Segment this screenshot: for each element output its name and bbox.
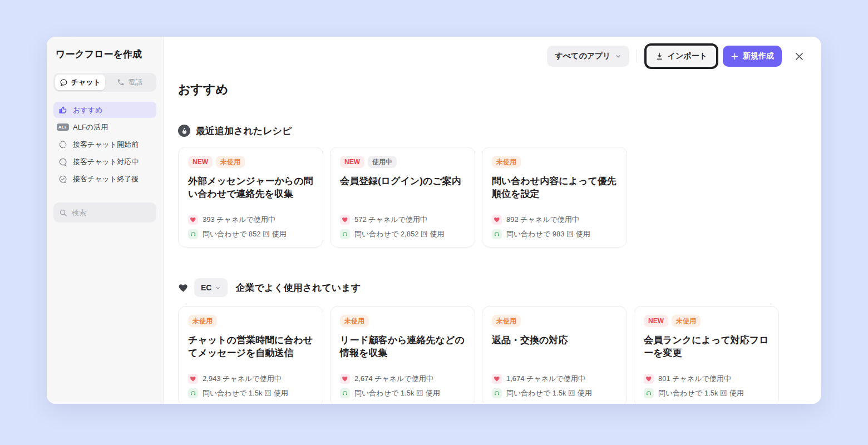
- recipe-card[interactable]: 未使用 リード顧客から連絡先などの情報を収集 2,674 チャネルで使用中 問い…: [330, 306, 475, 404]
- import-highlight-ring: インポート: [644, 43, 718, 69]
- heart-icon: [644, 374, 654, 384]
- section-popular-header: EC 企業でよく使用されています: [178, 278, 807, 297]
- search-icon: [59, 209, 67, 217]
- recipe-card[interactable]: 未使用 チャットの営業時間に合わせてメッセージを自動送信 2,943 チャネルで…: [178, 306, 323, 404]
- recent-recipes-row: NEW 未使用 外部メッセンジャーからの問い合わせで連絡先を収集 393 チャネ…: [178, 147, 807, 248]
- channels-stat: 393 チャネルで使用中: [203, 215, 275, 225]
- sidebar-menu: おすすめ ALF ALFの活用 接客チャット開始前: [53, 102, 156, 187]
- badge-row: 未使用: [340, 315, 465, 327]
- badge-new: NEW: [188, 156, 213, 168]
- sidebar-item-recommended[interactable]: おすすめ: [53, 102, 156, 118]
- badge-row: NEW 未使用: [188, 156, 313, 168]
- usage-stat: 問い合わせで 852 回 使用: [203, 229, 287, 239]
- usage-stat: 問い合わせで 983 回 使用: [506, 229, 590, 239]
- tab-phone[interactable]: 電話: [105, 75, 155, 90]
- recipe-stats: 892 チャネルで使用中 問い合わせで 983 回 使用: [492, 215, 617, 239]
- recipe-card[interactable]: NEW 未使用 会員ランクによって対応フローを変更 801 チャネルで使用中 問…: [634, 306, 779, 404]
- badge-row: 未使用: [492, 315, 617, 327]
- tab-chat-label: チャット: [71, 77, 101, 87]
- sidebar-item-before-chat[interactable]: 接客チャット開始前: [53, 136, 156, 152]
- channels-stat: 2,943 チャネルで使用中: [203, 374, 282, 384]
- sidebar: ワークフローを作成 チャット: [47, 37, 164, 404]
- headset-icon: [340, 229, 350, 239]
- heart-icon: [492, 215, 502, 225]
- usage-stat: 問い合わせで 2,852 回 使用: [354, 229, 445, 239]
- badge-status: 未使用: [188, 315, 217, 327]
- channels-stat: 2,674 チャネルで使用中: [354, 374, 433, 384]
- badge-row: NEW 使用中: [340, 156, 465, 168]
- phone-icon: [117, 78, 125, 86]
- usage-stat: 問い合わせで 1.5k 回 使用: [203, 388, 288, 398]
- recipe-stats: 572 チャネルで使用中 問い合わせで 2,852 回 使用: [340, 215, 465, 239]
- chat-check-icon: [58, 174, 68, 184]
- sidebar-item-label: おすすめ: [73, 105, 102, 115]
- headset-icon: [188, 229, 198, 239]
- recipe-card[interactable]: NEW 未使用 外部メッセンジャーからの問い合わせで連絡先を収集 393 チャネ…: [178, 147, 323, 248]
- chat-bubble-icon: [60, 78, 68, 87]
- sidebar-item-after-chat[interactable]: 接客チャット終了後: [53, 171, 156, 187]
- recipe-title: チャットの営業時間に合わせてメッセージを自動送信: [188, 334, 313, 359]
- close-button[interactable]: [792, 49, 807, 64]
- channel-type-tabs: チャット 電話: [53, 73, 156, 92]
- import-label: インポート: [668, 51, 707, 61]
- recipe-title: 問い合わせ内容によって優先順位を設定: [492, 175, 617, 200]
- all-apps-label: すべてのアプリ: [555, 51, 610, 61]
- recipe-stats: 801 チャネルで使用中 問い合わせで 1.5k 回 使用: [644, 374, 769, 398]
- import-button[interactable]: インポート: [648, 47, 715, 66]
- workflow-dialog: ワークフローを作成 チャット: [47, 37, 821, 404]
- popular-recipes-row: 未使用 チャットの営業時間に合わせてメッセージを自動送信 2,943 チャネルで…: [178, 306, 807, 404]
- heart-icon: [178, 283, 189, 293]
- industry-dropdown[interactable]: EC: [194, 278, 228, 297]
- create-new-button[interactable]: 新規作成: [723, 46, 782, 67]
- sidebar-item-label: ALFの活用: [73, 122, 108, 132]
- sidebar-item-during-chat[interactable]: 接客チャット対応中: [53, 154, 156, 170]
- badge-status: 使用中: [368, 156, 397, 168]
- plus-icon: [731, 52, 739, 61]
- heart-icon: [340, 374, 350, 384]
- recipe-stats: 393 チャネルで使用中 問い合わせで 852 回 使用: [188, 215, 313, 239]
- section-recent-header: 最近追加されたレシピ: [178, 123, 807, 138]
- flame-icon: [178, 125, 190, 137]
- badge-row: 未使用: [188, 315, 313, 327]
- tab-chat[interactable]: チャット: [55, 75, 105, 90]
- recipe-title: リード顧客から連絡先などの情報を収集: [340, 334, 465, 359]
- sidebar-item-label: 接客チャット対応中: [73, 157, 139, 167]
- badge-status: 未使用: [492, 156, 521, 168]
- recipe-card[interactable]: 未使用 問い合わせ内容によって優先順位を設定 892 チャネルで使用中 問い合わ…: [482, 147, 627, 248]
- all-apps-dropdown[interactable]: すべてのアプリ: [547, 46, 629, 67]
- sidebar-search: [53, 202, 156, 222]
- channels-stat: 1,674 チャネルで使用中: [506, 374, 585, 384]
- recipe-title: 会員登録(ログイン)のご案内: [340, 175, 465, 187]
- badge-status: 未使用: [340, 315, 369, 327]
- badge-status: 未使用: [492, 315, 521, 327]
- recipe-card[interactable]: 未使用 返品・交換の対応 1,674 チャネルで使用中 問い合わせで 1.5k …: [482, 306, 627, 404]
- section-recent-title: 最近追加されたレシピ: [196, 125, 292, 137]
- recipe-title: 外部メッセンジャーからの問い合わせで連絡先を収集: [188, 175, 313, 200]
- tab-phone-label: 電話: [128, 77, 142, 87]
- download-icon: [655, 52, 664, 61]
- chevron-down-icon: [615, 53, 622, 60]
- recipe-card[interactable]: NEW 使用中 会員登録(ログイン)のご案内 572 チャネルで使用中 問い合わ…: [330, 147, 475, 248]
- badge-new: NEW: [644, 315, 668, 327]
- headset-icon: [340, 388, 350, 398]
- channels-stat: 892 チャネルで使用中: [506, 215, 579, 225]
- headset-icon: [492, 229, 502, 239]
- recipe-title: 返品・交換の対応: [492, 334, 617, 347]
- search-input[interactable]: [72, 209, 170, 217]
- chat-dots-icon: [58, 157, 68, 167]
- sidebar-item-alf[interactable]: ALF ALFの活用: [53, 119, 156, 135]
- alf-badge-icon: ALF: [58, 122, 68, 132]
- industry-label: EC: [201, 283, 211, 292]
- thumbs-up-icon: [58, 105, 68, 115]
- usage-stat: 問い合わせで 1.5k 回 使用: [354, 388, 440, 398]
- sidebar-item-label: 接客チャット終了後: [73, 174, 139, 184]
- create-new-label: 新規作成: [743, 51, 774, 61]
- dialog-title: ワークフローを作成: [53, 48, 156, 61]
- recipe-stats: 2,943 チャネルで使用中 問い合わせで 1.5k 回 使用: [188, 374, 313, 398]
- section-popular-title: 企業でよく使用されています: [235, 281, 361, 294]
- chevron-down-icon: [215, 285, 221, 291]
- badge-status: 未使用: [216, 156, 245, 168]
- main-panel: すべてのアプリ インポート: [164, 37, 821, 404]
- headset-icon: [644, 388, 654, 398]
- badge-row: 未使用: [492, 156, 617, 168]
